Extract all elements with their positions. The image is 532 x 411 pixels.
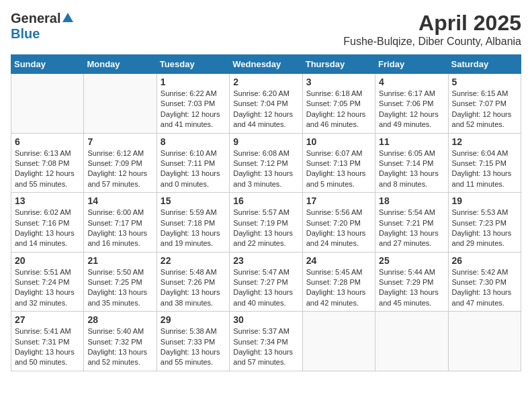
day-info: Sunrise: 5:44 AM Sunset: 7:29 PM Dayligh…: [379, 267, 444, 309]
day-info: Sunrise: 6:05 AM Sunset: 7:14 PM Dayligh…: [379, 148, 444, 190]
page-subtitle: Fushe-Bulqize, Diber County, Albania: [343, 36, 521, 48]
day-number: 16: [233, 195, 298, 206]
calendar-cell: 29Sunrise: 5:38 AM Sunset: 7:33 PM Dayli…: [157, 312, 229, 371]
day-number: 6: [15, 136, 80, 147]
calendar-table: SundayMondayTuesdayWednesdayThursdayFrid…: [11, 54, 521, 371]
calendar-cell: 16Sunrise: 5:57 AM Sunset: 7:19 PM Dayli…: [230, 193, 302, 253]
day-info: Sunrise: 6:22 AM Sunset: 7:03 PM Dayligh…: [161, 89, 226, 130]
day-number: 20: [15, 255, 80, 266]
day-info: Sunrise: 5:41 AM Sunset: 7:31 PM Dayligh…: [15, 326, 80, 368]
calendar-cell: 7Sunrise: 6:12 AM Sunset: 7:09 PM Daylig…: [84, 133, 157, 193]
calendar-day-header: Thursday: [302, 55, 375, 74]
calendar-day-header: Sunday: [11, 55, 84, 74]
day-info: Sunrise: 6:00 AM Sunset: 7:17 PM Dayligh…: [87, 208, 152, 249]
calendar-cell: 24Sunrise: 5:45 AM Sunset: 7:28 PM Dayli…: [302, 252, 375, 312]
calendar-cell: 21Sunrise: 5:50 AM Sunset: 7:25 PM Dayli…: [84, 252, 157, 312]
calendar-week-row: 6Sunrise: 6:13 AM Sunset: 7:08 PM Daylig…: [11, 133, 521, 193]
day-info: Sunrise: 6:18 AM Sunset: 7:05 PM Dayligh…: [306, 89, 371, 130]
page-header: General Blue April 2025 Fushe-Bulqize, D…: [11, 11, 521, 48]
calendar-cell: [375, 312, 448, 371]
calendar-cell: 15Sunrise: 5:59 AM Sunset: 7:18 PM Dayli…: [157, 193, 229, 253]
day-info: Sunrise: 6:12 AM Sunset: 7:09 PM Dayligh…: [87, 148, 152, 190]
title-block: April 2025 Fushe-Bulqize, Diber County, …: [343, 11, 521, 48]
calendar-cell: 20Sunrise: 5:51 AM Sunset: 7:24 PM Dayli…: [11, 252, 84, 312]
calendar-cell: 19Sunrise: 5:53 AM Sunset: 7:23 PM Dayli…: [448, 193, 521, 253]
day-info: Sunrise: 6:17 AM Sunset: 7:06 PM Dayligh…: [379, 89, 444, 130]
day-number: 15: [161, 195, 226, 206]
day-number: 4: [379, 77, 444, 87]
day-info: Sunrise: 6:13 AM Sunset: 7:08 PM Dayligh…: [15, 148, 80, 190]
calendar-day-header: Friday: [375, 55, 448, 74]
calendar-cell: 30Sunrise: 5:37 AM Sunset: 7:34 PM Dayli…: [230, 312, 302, 371]
day-number: 25: [379, 255, 444, 266]
calendar-cell: 22Sunrise: 5:48 AM Sunset: 7:26 PM Dayli…: [157, 252, 229, 312]
day-number: 10: [306, 136, 371, 147]
day-info: Sunrise: 5:45 AM Sunset: 7:28 PM Dayligh…: [306, 267, 371, 309]
day-number: 11: [379, 136, 444, 147]
calendar-cell: 6Sunrise: 6:13 AM Sunset: 7:08 PM Daylig…: [11, 133, 84, 193]
day-info: Sunrise: 5:56 AM Sunset: 7:20 PM Dayligh…: [306, 208, 371, 249]
day-info: Sunrise: 6:15 AM Sunset: 7:07 PM Dayligh…: [452, 89, 517, 130]
day-info: Sunrise: 5:37 AM Sunset: 7:34 PM Dayligh…: [233, 326, 298, 368]
day-info: Sunrise: 6:20 AM Sunset: 7:04 PM Dayligh…: [233, 89, 298, 130]
day-info: Sunrise: 5:50 AM Sunset: 7:25 PM Dayligh…: [87, 267, 152, 309]
calendar-day-header: Saturday: [448, 55, 521, 74]
calendar-week-row: 27Sunrise: 5:41 AM Sunset: 7:31 PM Dayli…: [11, 312, 521, 371]
logo-blue-text: Blue: [11, 26, 40, 41]
day-info: Sunrise: 5:57 AM Sunset: 7:19 PM Dayligh…: [233, 208, 298, 249]
calendar-week-row: 13Sunrise: 6:02 AM Sunset: 7:16 PM Dayli…: [11, 193, 521, 253]
calendar-cell: 12Sunrise: 6:04 AM Sunset: 7:15 PM Dayli…: [448, 133, 521, 193]
calendar-cell: 18Sunrise: 5:54 AM Sunset: 7:21 PM Dayli…: [375, 193, 448, 253]
calendar-day-header: Monday: [84, 55, 157, 74]
day-number: 23: [233, 255, 298, 266]
day-info: Sunrise: 5:38 AM Sunset: 7:33 PM Dayligh…: [161, 326, 226, 368]
calendar-week-row: 1Sunrise: 6:22 AM Sunset: 7:03 PM Daylig…: [11, 74, 521, 134]
day-number: 26: [452, 255, 517, 266]
day-number: 3: [306, 77, 371, 87]
day-number: 28: [87, 314, 152, 325]
calendar-cell: 26Sunrise: 5:42 AM Sunset: 7:30 PM Dayli…: [448, 252, 521, 312]
calendar-cell: 13Sunrise: 6:02 AM Sunset: 7:16 PM Dayli…: [11, 193, 84, 253]
calendar-cell: [302, 312, 375, 371]
day-info: Sunrise: 5:54 AM Sunset: 7:21 PM Dayligh…: [379, 208, 444, 249]
calendar-cell: 5Sunrise: 6:15 AM Sunset: 7:07 PM Daylig…: [448, 74, 521, 134]
day-number: 22: [161, 255, 226, 266]
day-info: Sunrise: 5:47 AM Sunset: 7:27 PM Dayligh…: [233, 267, 298, 309]
calendar-week-row: 20Sunrise: 5:51 AM Sunset: 7:24 PM Dayli…: [11, 252, 521, 312]
day-info: Sunrise: 5:59 AM Sunset: 7:18 PM Dayligh…: [161, 208, 226, 249]
calendar-day-header: Tuesday: [157, 55, 229, 74]
page-title: April 2025: [343, 11, 521, 36]
day-number: 2: [233, 77, 298, 87]
logo-general-text: General: [11, 11, 60, 26]
calendar-cell: 8Sunrise: 6:10 AM Sunset: 7:11 PM Daylig…: [157, 133, 229, 193]
calendar-cell: [11, 74, 84, 134]
day-info: Sunrise: 6:10 AM Sunset: 7:11 PM Dayligh…: [161, 148, 226, 190]
calendar-cell: 28Sunrise: 5:40 AM Sunset: 7:32 PM Dayli…: [84, 312, 157, 371]
day-info: Sunrise: 5:48 AM Sunset: 7:26 PM Dayligh…: [161, 267, 226, 309]
day-number: 21: [87, 255, 152, 266]
calendar-cell: 10Sunrise: 6:07 AM Sunset: 7:13 PM Dayli…: [302, 133, 375, 193]
day-number: 5: [452, 77, 517, 87]
calendar-cell: 14Sunrise: 6:00 AM Sunset: 7:17 PM Dayli…: [84, 193, 157, 253]
calendar-cell: 11Sunrise: 6:05 AM Sunset: 7:14 PM Dayli…: [375, 133, 448, 193]
calendar-cell: 4Sunrise: 6:17 AM Sunset: 7:06 PM Daylig…: [375, 74, 448, 134]
calendar-cell: 23Sunrise: 5:47 AM Sunset: 7:27 PM Dayli…: [230, 252, 302, 312]
calendar-cell: 25Sunrise: 5:44 AM Sunset: 7:29 PM Dayli…: [375, 252, 448, 312]
day-number: 24: [306, 255, 371, 266]
day-info: Sunrise: 6:08 AM Sunset: 7:12 PM Dayligh…: [233, 148, 298, 190]
logo: General Blue: [11, 11, 74, 42]
day-number: 27: [15, 314, 80, 325]
day-number: 19: [452, 195, 517, 206]
calendar-cell: 2Sunrise: 6:20 AM Sunset: 7:04 PM Daylig…: [230, 74, 302, 134]
day-number: 18: [379, 195, 444, 206]
calendar-cell: 17Sunrise: 5:56 AM Sunset: 7:20 PM Dayli…: [302, 193, 375, 253]
day-info: Sunrise: 5:42 AM Sunset: 7:30 PM Dayligh…: [452, 267, 517, 309]
day-info: Sunrise: 6:07 AM Sunset: 7:13 PM Dayligh…: [306, 148, 371, 190]
day-number: 17: [306, 195, 371, 206]
calendar-cell: 3Sunrise: 6:18 AM Sunset: 7:05 PM Daylig…: [302, 74, 375, 134]
day-number: 14: [87, 195, 152, 206]
calendar-header-row: SundayMondayTuesdayWednesdayThursdayFrid…: [11, 55, 521, 74]
calendar-cell: 27Sunrise: 5:41 AM Sunset: 7:31 PM Dayli…: [11, 312, 84, 371]
day-number: 7: [87, 136, 152, 147]
calendar-day-header: Wednesday: [230, 55, 302, 74]
